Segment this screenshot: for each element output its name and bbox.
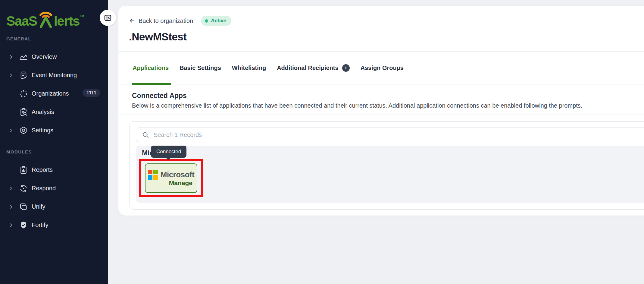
sidebar-item-reports[interactable]: Reports	[0, 161, 108, 179]
connected-tooltip: Connected	[151, 146, 186, 158]
sidebar-collapse-button[interactable]	[100, 10, 116, 26]
shield-check-icon	[19, 221, 28, 230]
sidebar-item-settings[interactable]: Settings	[0, 121, 108, 140]
app-tiles-area: Microsoft Connected Microsoft Manage	[136, 146, 644, 203]
logo-text-lerts: lertsTM	[54, 14, 84, 28]
chevron-right-icon[interactable]	[9, 128, 14, 133]
connected-apps-description: Below is a comprehensive list of applica…	[132, 102, 644, 109]
dots-network-icon	[19, 89, 28, 98]
connected-apps-panel: Microsoft Connected Microsoft Manage	[130, 121, 644, 210]
sidebar: SaaS lertsTM GENERAL Overview	[0, 0, 108, 284]
sidebar-item-event-monitoring[interactable]: Event Monitoring	[0, 66, 108, 84]
section-divider	[118, 115, 644, 115]
chevron-right-icon[interactable]	[9, 55, 14, 59]
chevron-right-icon[interactable]	[9, 186, 14, 191]
sidebar-item-analysis[interactable]: Analysis	[0, 103, 108, 121]
logo-trademark: TM	[80, 14, 84, 18]
clipboard-search-icon	[19, 108, 28, 117]
organization-detail-card: Back to organization Active .NewMStest A…	[118, 6, 644, 216]
document-check-icon	[19, 71, 28, 80]
microsoft-manage-app-tile[interactable]: Microsoft Manage	[145, 163, 197, 193]
panel-collapse-icon	[104, 14, 112, 22]
card-header: Back to organization Active .NewMStest	[118, 6, 644, 43]
sidebar-nav: GENERAL Overview Event Monitoring Organi…	[0, 36, 108, 234]
connected-apps-section-header: Connected Apps Below is a comprehensive …	[118, 84, 644, 109]
tile-brand-text: Microsoft	[161, 170, 195, 179]
red-highlight-annotation: Microsoft Manage	[139, 159, 203, 197]
nav-section-general: GENERAL	[0, 36, 108, 43]
connected-tooltip-text: Connected	[151, 146, 186, 158]
apps-search-input[interactable]	[136, 128, 644, 142]
tooltip-caret-icon	[166, 157, 171, 160]
tab-bar: Applications Basic Settings Whitelisting…	[118, 52, 644, 84]
gear-hexagon-icon	[19, 126, 28, 135]
chevron-right-icon[interactable]	[9, 223, 14, 228]
app-root: SaaS lertsTM GENERAL Overview	[0, 0, 644, 284]
back-to-organization-link[interactable]: Back to organization	[129, 17, 193, 24]
tab-assign-groups[interactable]: Assign Groups	[361, 52, 404, 84]
tile-product-text: Manage	[169, 179, 192, 187]
clipboard-chart-icon	[19, 166, 28, 175]
overlapping-squares-icon	[19, 202, 28, 211]
microsoft-logo-icon	[148, 170, 158, 180]
info-icon[interactable]: i	[342, 64, 350, 72]
organizations-count-badge: 1111	[83, 89, 100, 97]
alerts-wifi-a-icon	[38, 11, 53, 28]
status-dot-icon	[205, 19, 208, 23]
apps-search-box	[136, 128, 644, 142]
area-chart-icon	[19, 52, 28, 62]
sidebar-item-respond[interactable]: Respond	[0, 179, 108, 197]
status-badge: Active	[201, 16, 231, 26]
tab-basic-settings[interactable]: Basic Settings	[180, 52, 221, 84]
tab-applications[interactable]: Applications	[133, 52, 169, 84]
logo-text-saas: SaaS	[6, 14, 37, 28]
sidebar-item-organizations[interactable]: Organizations 1111	[0, 84, 108, 103]
tab-additional-recipients[interactable]: Additional Recipients i	[277, 52, 349, 84]
chevron-right-icon[interactable]	[9, 204, 14, 209]
tab-whitelisting[interactable]: Whitelisting	[232, 52, 266, 84]
sidebar-item-unify[interactable]: Unify	[0, 197, 108, 216]
nav-section-modules: MODULES	[0, 149, 108, 156]
chevron-right-icon[interactable]	[9, 73, 14, 78]
page-title: .NewMStest	[129, 31, 644, 43]
sidebar-item-overview[interactable]: Overview	[0, 48, 108, 66]
search-icon	[142, 131, 149, 138]
sync-arrows-icon	[19, 184, 28, 193]
saas-alerts-logo[interactable]: SaaS lertsTM	[0, 0, 108, 28]
connected-apps-heading: Connected Apps	[132, 92, 644, 100]
arrow-left-icon	[129, 17, 136, 24]
sidebar-item-fortify[interactable]: Fortify	[0, 216, 108, 234]
